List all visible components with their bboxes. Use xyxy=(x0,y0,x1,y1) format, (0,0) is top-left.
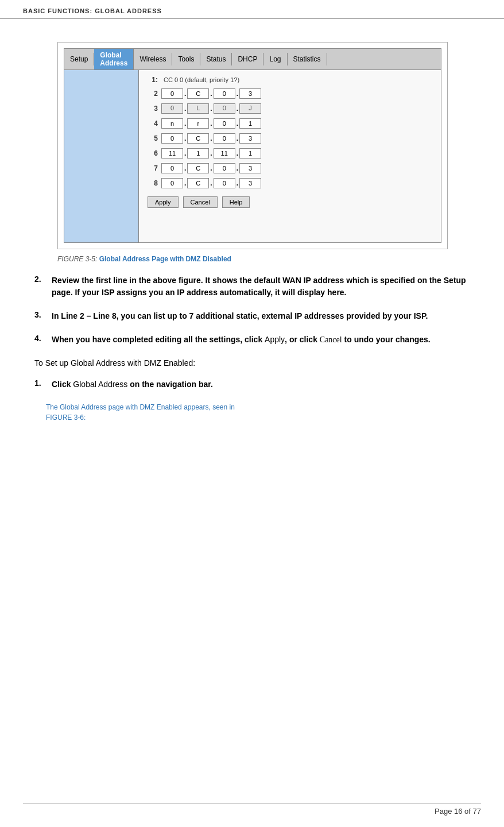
ip-row6-field4[interactable] xyxy=(239,148,261,159)
cancel-button[interactable]: Cancel xyxy=(183,196,218,208)
nav-tab-global-address[interactable]: GlobalAddress xyxy=(94,49,134,69)
ip-row7-field1[interactable] xyxy=(161,163,183,173)
step4-num: 4. xyxy=(34,334,52,343)
figure-caption: FIGURE 3-5: Global Address Page with DMZ… xyxy=(57,255,470,263)
ip-form-content: 1: CC 0 0 (default, priority 1?) 2 . . . xyxy=(139,70,441,242)
ip-row8-field2[interactable] xyxy=(187,178,209,188)
numbered-list-2: 1. Click Global Address on the navigatio… xyxy=(34,378,470,391)
step2-num: 2. xyxy=(34,275,52,284)
ip-row-2: 2 . . . xyxy=(148,88,432,99)
ip-row-num-3: 3 xyxy=(148,105,158,113)
note-line1: The Global Address page with DMZ Enabled… xyxy=(46,403,235,411)
note-text: The Global Address page with DMZ Enabled… xyxy=(46,402,470,423)
page-header-title: BASIC FUNCTIONS: GLOBAL ADDRESS xyxy=(23,7,162,14)
ip-row-num-4: 4 xyxy=(148,119,158,127)
ip-row-4: 4 . . . xyxy=(148,118,432,129)
ip-row3-field2: L xyxy=(187,103,209,114)
nav-bar: Setup GlobalAddress Wireless Tools Statu… xyxy=(64,48,441,70)
nav-tab-setup[interactable]: Setup xyxy=(64,53,94,65)
step3-text: In Line 2 – Line 8, you can list up to 7… xyxy=(52,311,428,320)
nav-tab-wireless[interactable]: Wireless xyxy=(134,53,172,65)
main-content: Setup GlobalAddress Wireless Tools Statu… xyxy=(0,19,504,463)
step1-num: 1. xyxy=(34,378,52,388)
list-item-step1: 1. Click Global Address on the navigatio… xyxy=(34,378,470,391)
step3-num: 3. xyxy=(34,310,52,319)
figure-caption-prefix: FIGURE 3-5: xyxy=(57,255,99,263)
ip-row6-field1[interactable] xyxy=(161,148,183,159)
step4-bold3: to undo your changes. xyxy=(342,335,431,344)
ip-row7-field4[interactable] xyxy=(239,163,261,173)
ip-row3-field4: J xyxy=(239,103,261,114)
ip-row7-field3[interactable] xyxy=(214,163,235,173)
page-footer: Page 16 of 77 xyxy=(23,803,481,816)
ip-row8-field4[interactable] xyxy=(239,178,261,188)
nav-tab-statistics[interactable]: Statistics xyxy=(288,53,327,65)
figure-caption-text: Global Address Page with DMZ Disabled xyxy=(99,255,231,263)
page-header: BASIC FUNCTIONS: GLOBAL ADDRESS xyxy=(0,0,504,19)
ip-row-6: 6 . . . xyxy=(148,148,432,159)
ip-row2-field3[interactable] xyxy=(214,88,235,99)
ip-row-num-7: 7 xyxy=(148,164,158,172)
ip-row5-field1[interactable] xyxy=(161,133,183,144)
step4-apply: Apply xyxy=(265,335,285,344)
list-item-step3: 3. In Line 2 – Line 8, you can list up t… xyxy=(34,310,470,322)
step4-bold1: When you have completed editing all the … xyxy=(52,335,265,344)
section-intro: To Set up Global Address with DMZ Enable… xyxy=(34,357,470,369)
ip-row2-field1[interactable] xyxy=(161,88,183,99)
ip-row4-field3[interactable] xyxy=(214,118,235,129)
step1-bold: Click xyxy=(52,380,71,389)
ip-row5-field4[interactable] xyxy=(239,133,261,144)
ip-row-8: 8 . . . xyxy=(148,178,432,188)
ip-row-num-1: 1: xyxy=(148,76,158,84)
footer-text: Page 16 of 77 xyxy=(435,807,481,816)
ip-row4-field4[interactable] xyxy=(239,118,261,129)
ip-form-area: 1: CC 0 0 (default, priority 1?) 2 . . . xyxy=(64,70,441,243)
ip-row8-field3[interactable] xyxy=(214,178,235,188)
apply-button[interactable]: Apply xyxy=(148,196,179,208)
ip-row-1: 1: CC 0 0 (default, priority 1?) xyxy=(148,76,432,84)
nav-tab-status[interactable]: Status xyxy=(200,53,232,65)
figure-buttons: Apply Cancel Help xyxy=(148,196,432,211)
step2-content: Review the first line in the above figur… xyxy=(52,275,470,299)
ip-row6-field2[interactable] xyxy=(187,148,209,159)
ip-row-num-2: 2 xyxy=(148,90,158,98)
numbered-list: 2. Review the first line in the above fi… xyxy=(34,275,470,346)
step4-cancel: Cancel xyxy=(320,335,342,344)
ip-row3-field3: 0 xyxy=(214,103,235,114)
ip-row4-field1[interactable] xyxy=(161,118,183,129)
ip-row2-field2[interactable] xyxy=(187,88,209,99)
ip-row7-field2[interactable] xyxy=(187,163,209,173)
ip-form-sidebar xyxy=(64,70,139,242)
nav-tab-dhcp[interactable]: DHCP xyxy=(232,53,263,65)
figure-container: Setup GlobalAddress Wireless Tools Statu… xyxy=(57,42,448,249)
ip-row-label-1: CC 0 0 (default, priority 1?) xyxy=(164,76,239,83)
step4-bold2: , or click xyxy=(285,335,320,344)
nav-tab-log[interactable]: Log xyxy=(263,53,287,65)
ip-row5-field3[interactable] xyxy=(214,133,235,144)
ip-row-3: 3 0 . L . 0 . J xyxy=(148,103,432,114)
step1-content: Click Global Address on the navigation b… xyxy=(52,378,470,391)
ip-row-5: 5 . . . xyxy=(148,133,432,144)
step1-normal: Global Address xyxy=(71,380,130,389)
ip-row-num-8: 8 xyxy=(148,179,158,187)
step1-bold2: on the navigation bar. xyxy=(130,380,213,389)
ip-row-7: 7 . . . xyxy=(148,163,432,173)
ip-row6-field3[interactable] xyxy=(214,148,235,159)
step3-content: In Line 2 – Line 8, you can list up to 7… xyxy=(52,310,470,322)
step2-text: Review the first line in the above figur… xyxy=(52,276,466,297)
step4-content: When you have completed editing all the … xyxy=(52,334,470,346)
ip-row5-field2[interactable] xyxy=(187,133,209,144)
ip-row4-field2[interactable] xyxy=(187,118,209,129)
ip-row3-field1: 0 xyxy=(161,103,183,114)
list-item-step4: 4. When you have completed editing all t… xyxy=(34,334,470,346)
list-item-step2: 2. Review the first line in the above fi… xyxy=(34,275,470,299)
ip-row-num-6: 6 xyxy=(148,149,158,157)
ip-row2-field4[interactable] xyxy=(239,88,261,99)
ip-row-num-5: 5 xyxy=(148,134,158,142)
note-line2: FIGURE 3-6: xyxy=(46,413,86,422)
help-button[interactable]: Help xyxy=(222,196,250,208)
nav-tab-tools[interactable]: Tools xyxy=(172,53,200,65)
ip-row8-field1[interactable] xyxy=(161,178,183,188)
